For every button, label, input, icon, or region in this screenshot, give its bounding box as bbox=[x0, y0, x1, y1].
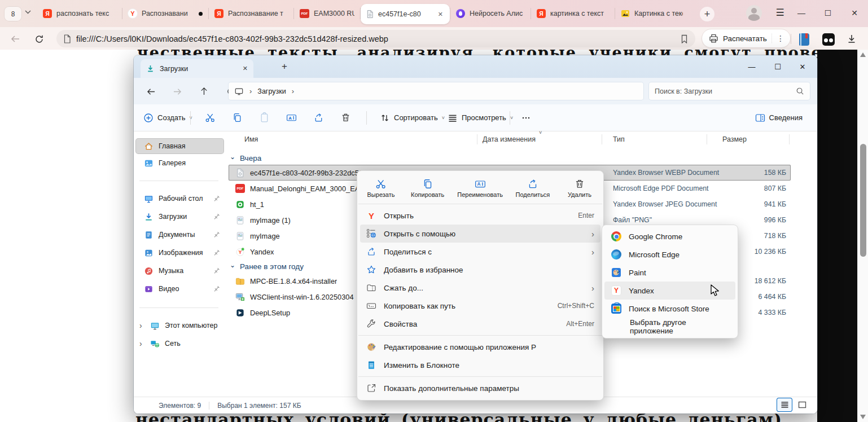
tabs-dropdown-chevron-icon[interactable] bbox=[25, 10, 31, 14]
document-icon bbox=[63, 34, 71, 43]
reload-icon[interactable] bbox=[32, 32, 46, 46]
scroll-down-icon[interactable] bbox=[860, 415, 866, 419]
file-size: 158 КБ bbox=[764, 169, 786, 177]
print-options-icon[interactable]: ⋮ bbox=[771, 33, 784, 43]
context-menu-item[interactable]: Редактирование с помощью приложения P bbox=[360, 338, 600, 356]
browser-close-button[interactable]: ✕ bbox=[846, 6, 863, 20]
pin-icon bbox=[213, 249, 220, 257]
nav-up-icon[interactable] bbox=[196, 83, 212, 99]
quick-action-button[interactable]: A Переименовать bbox=[456, 176, 504, 200]
tab-label: EAM3000 RU bbox=[314, 10, 354, 17]
context-menu-item[interactable]: Копировать как путь Ctrl+Shift+C bbox=[360, 297, 600, 315]
submenu-item[interactable]: Поиск в Microsoft Store bbox=[604, 300, 735, 318]
create-button[interactable]: Создать ˅ bbox=[143, 104, 192, 131]
imgtab-icon bbox=[621, 9, 630, 18]
quick-action-label: Удалить bbox=[568, 191, 591, 198]
context-menu-item[interactable]: Поделиться с › bbox=[360, 243, 600, 261]
sidebar-item-computer[interactable]: › Этот компьютер bbox=[136, 318, 223, 333]
browser-tab[interactable]: Я распознать текс bbox=[37, 0, 122, 27]
pathic-icon bbox=[366, 301, 376, 311]
browser-tab[interactable]: Нейросеть Алис bbox=[450, 0, 531, 27]
selection-info: Выбран 1 элемент: 157 КБ bbox=[217, 402, 301, 410]
submenu-item-label: Paint bbox=[629, 269, 646, 277]
page-scrollbar[interactable] bbox=[857, 50, 868, 422]
imgfile-icon bbox=[235, 216, 245, 225]
quick-action-button[interactable]: Удалить bbox=[562, 176, 598, 200]
sidebar-item-downloads[interactable]: Загрузки bbox=[136, 209, 223, 224]
context-menu-item[interactable]: Добавить в избранное bbox=[360, 261, 600, 279]
tab-close-icon[interactable]: ✕ bbox=[437, 10, 444, 19]
context-menu-item[interactable]: Свойства Alt+Enter bbox=[360, 315, 600, 333]
browser-maximize-button[interactable]: ☐ bbox=[819, 6, 836, 20]
avatar[interactable] bbox=[746, 5, 762, 21]
browser-tab[interactable]: Я картинка с текст bbox=[531, 0, 615, 27]
browser-tab[interactable]: PDF EAM3000 RU bbox=[294, 0, 360, 27]
file-group-header[interactable]: ⌄ Ранее в этом году bbox=[230, 260, 304, 273]
submenu-item[interactable]: Выбрать другое приложение bbox=[604, 318, 735, 336]
file-type: Yandex Browser JPEG Document bbox=[613, 200, 717, 208]
browser-tab[interactable]: ec457f1e-c80 ✕ bbox=[361, 4, 450, 24]
scroll-up-icon[interactable] bbox=[860, 52, 866, 57]
context-menu-item[interactable]: Сжать до... › bbox=[360, 279, 600, 297]
sidebar-item-label: Изображения bbox=[159, 249, 208, 257]
file-size: 18 612 КБ bbox=[755, 277, 786, 285]
context-menu-item[interactable]: Y Открыть Enter bbox=[360, 206, 600, 225]
quick-action-button[interactable]: Поделиться bbox=[515, 176, 551, 200]
back-icon[interactable] bbox=[8, 32, 23, 46]
submenu-item-label: Выбрать другое приложение bbox=[630, 318, 729, 335]
file-name: Yandex bbox=[250, 248, 274, 256]
submenu-item[interactable]: Google Chrome bbox=[604, 227, 735, 245]
print-label: Распечатать bbox=[723, 34, 767, 43]
quick-action-button[interactable]: Копировать bbox=[410, 176, 446, 200]
chevron-right-icon[interactable]: › bbox=[139, 321, 145, 330]
cut-button[interactable] bbox=[205, 104, 216, 131]
downloads-icon[interactable] bbox=[844, 32, 859, 46]
file-size: 718 КБ bbox=[764, 232, 786, 240]
sidebar-item-video[interactable]: Видео bbox=[136, 282, 223, 296]
sidebar-item-home[interactable]: Главная bbox=[136, 139, 223, 153]
tab-label: Картинка с текст bbox=[634, 10, 683, 17]
sidebar-item-network[interactable]: › Сеть bbox=[136, 336, 223, 351]
menu-item-label: Свойства bbox=[384, 320, 559, 328]
chevron-down-icon[interactable]: ⌄ bbox=[230, 261, 235, 269]
browser-minimize-button[interactable]: — bbox=[793, 6, 810, 20]
context-menu-item[interactable]: Открыть с помощью › bbox=[360, 225, 600, 243]
computer-icon bbox=[150, 321, 160, 331]
ya-icon: Я bbox=[537, 9, 546, 18]
mouse-cursor-icon bbox=[709, 284, 722, 300]
group-label: Ранее в этом году bbox=[240, 262, 304, 271]
tab-list: Я распознать текс Y Распознавани Я Распо… bbox=[37, 0, 689, 27]
sidebar-item-desktop[interactable]: Рабочий стол bbox=[136, 191, 223, 206]
greenfile-icon bbox=[235, 200, 245, 209]
cut-icon bbox=[205, 112, 216, 123]
context-menu-item[interactable]: Изменить в Блокноте bbox=[360, 356, 600, 374]
sidebar-item-music[interactable]: Музыка bbox=[136, 263, 223, 278]
quick-actions-row: Вырезать Копировать A Переименовать Поде… bbox=[357, 174, 603, 201]
menu-item-label: Открыть с помощью bbox=[384, 230, 584, 238]
file-group-header[interactable]: ⌄ Вчера bbox=[230, 151, 261, 165]
tab-counter-button[interactable]: 8 bbox=[5, 7, 21, 21]
icons-view-button[interactable] bbox=[795, 398, 809, 411]
quick-action-button[interactable]: Вырезать bbox=[363, 176, 399, 200]
nav-forward-icon[interactable] bbox=[169, 83, 185, 99]
details-view-button[interactable] bbox=[777, 398, 792, 411]
context-menu-item[interactable]: Показать дополнительные параметры bbox=[360, 379, 600, 397]
browser-tab[interactable]: Y Распознавани bbox=[122, 0, 208, 27]
submenu-item[interactable]: Paint bbox=[604, 263, 735, 282]
mask-extension-icon[interactable] bbox=[821, 32, 836, 47]
pictures-icon bbox=[144, 248, 154, 258]
chevron-right-icon[interactable]: › bbox=[139, 339, 145, 348]
submenu-item[interactable]: Microsoft Edge bbox=[604, 245, 735, 263]
page-dark-region bbox=[817, 50, 857, 422]
sidebar-item-documents[interactable]: Документы bbox=[136, 227, 223, 242]
browser-menu-icon[interactable]: ☰ bbox=[774, 7, 786, 19]
bookmark-icon[interactable] bbox=[680, 34, 689, 43]
sidebar-item-pictures[interactable]: Изображения bbox=[136, 245, 223, 260]
scrollbar-thumb[interactable] bbox=[860, 144, 866, 257]
browser-tab[interactable]: Картинка с текст bbox=[615, 0, 689, 27]
sidebar-item-gallery[interactable]: Галерея bbox=[136, 156, 223, 170]
chevron-down-icon[interactable]: ⌄ bbox=[230, 153, 235, 161]
nav-back-icon[interactable] bbox=[143, 83, 159, 99]
browser-tab[interactable]: Я Распознавание т bbox=[209, 0, 293, 27]
new-tab-button[interactable]: + bbox=[700, 7, 714, 21]
